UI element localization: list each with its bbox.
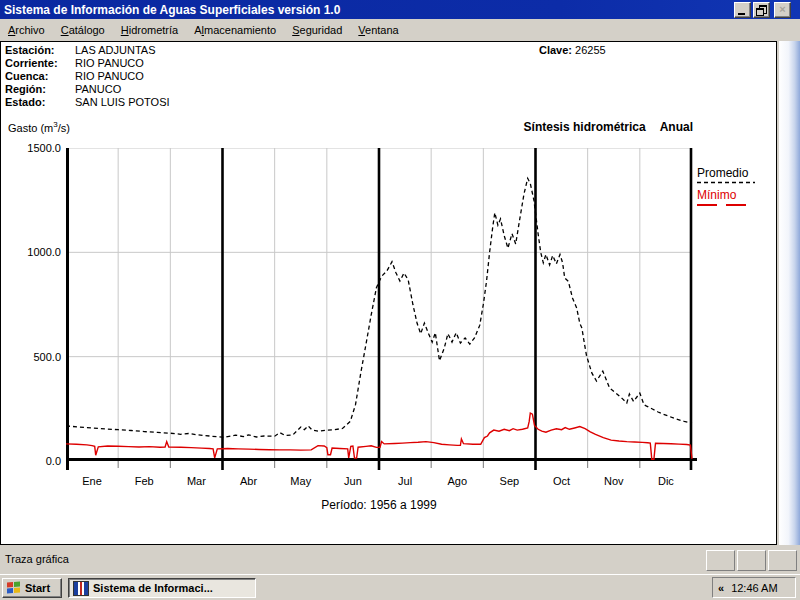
start-button[interactable]: Start: [2, 578, 62, 598]
windows-logo-icon: [7, 582, 21, 595]
status-bar: Traza gráfica: [0, 546, 800, 574]
window-title: Sistema de Información de Aguas Superfic…: [0, 3, 340, 17]
status-panel: [706, 550, 735, 571]
x-tick-label: Ene: [70, 475, 114, 487]
station-info-value: SAN LUIS POTOSI: [75, 96, 170, 109]
station-info-label: Cuenca:: [5, 70, 75, 83]
legend-line-minimo-icon: [697, 203, 755, 207]
workspace-edge-strip: [779, 41, 800, 545]
close-button[interactable]: ×: [774, 2, 791, 18]
screen: { "window": { "title": "Sistema de Infor…: [0, 0, 800, 600]
station-key-value: 26255: [575, 44, 606, 56]
window-controls: ×: [734, 2, 791, 18]
station-key: Clave: 26255: [539, 44, 606, 57]
x-tick-label: Ago: [435, 475, 479, 487]
taskbar-app-button[interactable]: Sistema de Informaci...: [68, 578, 256, 598]
chart-plot-area: [66, 148, 698, 475]
y-tick-label: 500.0: [19, 351, 61, 363]
main-content: Estación:LAS ADJUNTASCorriente:RIO PANUC…: [0, 41, 777, 545]
station-info-label: Estación:: [5, 44, 75, 57]
legend-item-minimo: Mínimo: [697, 188, 755, 207]
station-info: Estación:LAS ADJUNTASCorriente:RIO PANUC…: [5, 44, 170, 109]
system-tray: « 12:46 AM: [712, 577, 796, 598]
title-bar: Sistema de Información de Aguas Superfic…: [0, 0, 800, 19]
y-tick-label: 0.0: [19, 455, 61, 467]
status-panel: [768, 550, 797, 571]
station-info-label: Región:: [5, 83, 75, 96]
x-tick-label: Jul: [383, 475, 427, 487]
y-axis-title: Gasto (m3/s): [8, 120, 70, 134]
chart-mode: Anual: [660, 120, 693, 134]
chart-subtitle-text: Síntesis hidrométrica: [524, 120, 646, 134]
x-tick-label: May: [279, 475, 323, 487]
menu-item-seguridad[interactable]: Seguridad: [284, 22, 350, 38]
menu-item-almacenamiento[interactable]: Almacenamiento: [186, 22, 284, 38]
minimize-button[interactable]: [734, 2, 751, 18]
x-tick-label: Abr: [227, 475, 271, 487]
app-icon: [73, 581, 89, 596]
station-info-label: Corriente:: [5, 57, 75, 70]
y-tick-label: 1500.0: [19, 142, 61, 154]
x-tick-label: Jun: [331, 475, 375, 487]
menu-item-archivo[interactable]: Archivo: [0, 22, 53, 38]
station-info-row: Estado:SAN LUIS POTOSI: [5, 96, 170, 109]
x-tick-label: Dic: [644, 475, 688, 487]
station-info-row: Región:PANUCO: [5, 83, 170, 96]
tray-collapse-button[interactable]: «: [713, 579, 727, 597]
close-icon: ×: [775, 3, 790, 17]
station-info-value: RIO PANUCO: [75, 70, 144, 83]
station-info-row: Estación:LAS ADJUNTAS: [5, 44, 170, 57]
y-tick-label: 1000.0: [19, 246, 61, 258]
menu-item-ventana[interactable]: Ventana: [350, 22, 406, 38]
menu-item-catalogo[interactable]: Catálogo: [53, 22, 113, 38]
chart-subtitle: Síntesis hidrométrica Anual: [524, 120, 693, 134]
station-info-value: PANUCO: [75, 83, 121, 96]
x-tick-label: Mar: [174, 475, 218, 487]
station-info-label: Estado:: [5, 96, 75, 109]
start-button-label: Start: [25, 582, 50, 594]
taskbar: Start Sistema de Informaci... « 12:46 AM: [0, 574, 800, 600]
station-key-label: Clave:: [539, 44, 572, 56]
station-info-row: Corriente:RIO PANUCO: [5, 57, 170, 70]
status-text: Traza gráfica: [5, 553, 69, 565]
station-info-value: LAS ADJUNTAS: [75, 44, 156, 57]
status-panel: [737, 550, 766, 571]
tray-clock: 12:46 AM: [727, 582, 777, 594]
station-info-value: RIO PANUCO: [75, 57, 144, 70]
chart-legend: Promedio Mínimo: [697, 166, 755, 211]
legend-label-promedio: Promedio: [697, 166, 755, 180]
taskbar-app-label: Sistema de Informaci...: [93, 582, 213, 594]
menu-bar: ArchivoCatálogoHidrometríaAlmacenamiento…: [0, 19, 800, 41]
menu-item-hidrometria[interactable]: Hidrometría: [113, 22, 186, 38]
legend-label-minimo: Mínimo: [697, 188, 755, 202]
legend-item-promedio: Promedio: [697, 166, 755, 184]
station-info-row: Cuenca:RIO PANUCO: [5, 70, 170, 83]
legend-line-promedio-icon: [697, 181, 755, 184]
x-tick-label: Oct: [540, 475, 584, 487]
minimize-icon: [738, 13, 745, 15]
restore-button[interactable]: [753, 2, 770, 18]
period-caption: Período: 1956 a 1999: [66, 498, 692, 512]
x-tick-label: Sep: [487, 475, 531, 487]
x-tick-label: Nov: [592, 475, 636, 487]
x-tick-label: Feb: [122, 475, 166, 487]
